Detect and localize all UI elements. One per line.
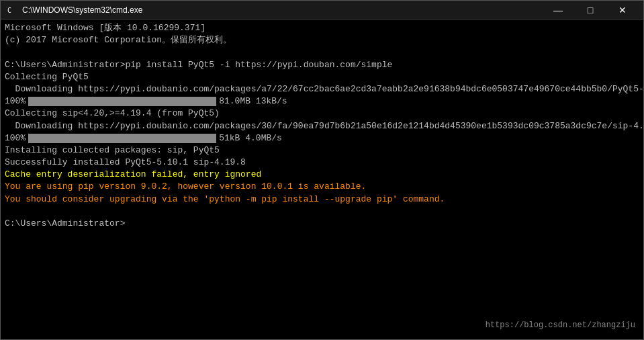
terminal-body: Microsoft Windows [版本 10.0.16299.371] (c…	[1, 19, 643, 339]
line-2: (c) 2017 Microsoft Corporation。保留所有权利。	[5, 34, 639, 46]
line-5: Collecting PyQt5	[5, 71, 639, 83]
cmd-icon: C	[6, 5, 17, 15]
minimize-button[interactable]: —	[543, 1, 573, 19]
title-bar-left: C C:\WINDOWS\system32\cmd.exe	[6, 5, 142, 15]
progress-speed-1: 81.0MB 13kB/s	[219, 95, 287, 108]
window-title: C:\WINDOWS\system32\cmd.exe	[22, 5, 142, 15]
window-controls: — □ ✕	[543, 1, 638, 19]
line-7: Collecting sip<4.20,>=4.19.4 (from PyQt5…	[5, 108, 639, 120]
line-3	[5, 46, 639, 58]
line-15: C:\Users\Administrator>	[5, 218, 639, 230]
line-13: You should consider upgrading via the 'p…	[5, 194, 639, 206]
maximize-button[interactable]: □	[575, 1, 606, 19]
close-button[interactable]: ✕	[607, 1, 638, 19]
progress-label-1: 100%	[5, 95, 26, 108]
title-bar: C C:\WINDOWS\system32\cmd.exe — □ ✕	[1, 1, 643, 19]
progress-fill-1	[28, 97, 216, 106]
line-12: You are using pip version 9.0.2, however…	[5, 181, 639, 193]
progress-fill-2	[28, 134, 216, 143]
watermark: https://blog.csdn.net/zhangziju	[486, 320, 635, 331]
line-1: Microsoft Windows [版本 10.0.16299.371]	[5, 22, 639, 34]
progress-line-2: 100% 51kB 4.0MB/s	[5, 132, 639, 144]
cmd-window: C C:\WINDOWS\system32\cmd.exe — □ ✕ Micr…	[0, 0, 644, 340]
svg-text:C: C	[7, 7, 11, 14]
line-9: Installing collected packages: sip, PyQt…	[5, 144, 639, 157]
progress-bar-1	[28, 97, 216, 106]
line-8: Downloading https://pypi.doubanio.com/pa…	[5, 120, 639, 132]
progress-label-2: 100%	[5, 132, 26, 144]
line-11-cache: Cache entry deserialization failed, entr…	[5, 169, 639, 181]
progress-speed-2: 51kB 4.0MB/s	[219, 132, 282, 144]
progress-line-1: 100% 81.0MB 13kB/s	[5, 95, 639, 108]
line-6: Downloading https://pypi.doubanio.com/pa…	[5, 83, 639, 95]
line-14	[5, 206, 639, 218]
line-4: C:\Users\Administrator>pip install PyQt5…	[5, 59, 639, 71]
line-10: Successfully installed PyQt5-5.10.1 sip-…	[5, 157, 639, 169]
progress-bar-2	[28, 134, 216, 143]
